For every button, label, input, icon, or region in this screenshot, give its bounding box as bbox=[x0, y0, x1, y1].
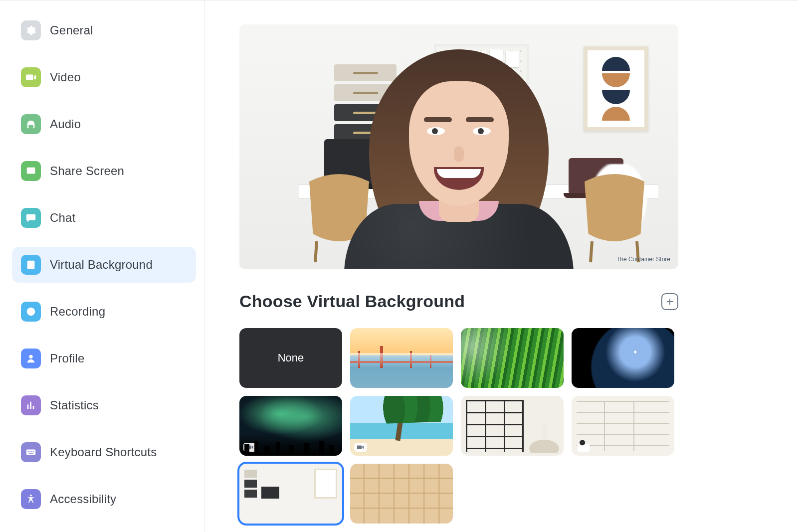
settings-window: GeneralVideoAudioShare ScreenChatVirtual… bbox=[0, 0, 798, 532]
video-badge-icon bbox=[354, 443, 367, 452]
background-tile-aurora[interactable] bbox=[239, 396, 342, 456]
svg-point-4 bbox=[28, 309, 33, 314]
sidebar-item-label: Accessibility bbox=[50, 492, 116, 506]
sidebar-item-profile[interactable]: Profile bbox=[12, 341, 196, 376]
share-icon bbox=[21, 161, 41, 181]
video-icon bbox=[21, 67, 41, 87]
sidebar-item-label: Recording bbox=[50, 305, 105, 319]
sidebar-item-statistics[interactable]: Statistics bbox=[12, 387, 196, 423]
virtual-background-pane: The Container Store Choose Virtual Backg… bbox=[204, 0, 798, 532]
background-tile-living-room[interactable] bbox=[461, 396, 564, 456]
background-grid: None bbox=[239, 328, 678, 524]
record-icon bbox=[21, 302, 41, 322]
svg-rect-9 bbox=[31, 451, 32, 452]
sidebar-item-accessibility[interactable]: Accessibility bbox=[12, 481, 196, 517]
gear-icon bbox=[21, 20, 41, 40]
sidebar-item-chat[interactable]: Chat bbox=[12, 200, 196, 236]
svg-point-2 bbox=[29, 262, 32, 265]
preview-brand-watermark: The Container Store bbox=[613, 255, 673, 264]
section-header: Choose Virtual Background bbox=[239, 292, 678, 311]
sidebar-item-label: Chat bbox=[50, 211, 76, 225]
add-background-button[interactable] bbox=[661, 293, 678, 310]
sidebar-item-label: Video bbox=[50, 70, 81, 84]
svg-point-12 bbox=[30, 495, 32, 497]
svg-rect-10 bbox=[33, 451, 34, 452]
sidebar-item-video[interactable]: Video bbox=[12, 59, 196, 95]
sidebar-item-label: Audio bbox=[50, 117, 81, 131]
sidebar-item-general[interactable]: General bbox=[12, 12, 196, 48]
svg-rect-8 bbox=[29, 451, 30, 452]
background-tile-grass[interactable] bbox=[461, 328, 564, 388]
sidebar-item-label: Keyboard Shortcuts bbox=[50, 445, 157, 459]
plus-icon bbox=[665, 297, 674, 306]
sidebar-item-virtual-background[interactable]: Virtual Background bbox=[12, 247, 196, 283]
chart-icon bbox=[21, 395, 41, 415]
sidebar-item-keyboard-shortcuts[interactable]: Keyboard Shortcuts bbox=[12, 434, 196, 470]
chat-icon bbox=[21, 208, 41, 228]
background-tile-earth[interactable] bbox=[572, 328, 674, 388]
preview-person bbox=[329, 49, 589, 269]
background-tile-golden-gate[interactable] bbox=[350, 328, 453, 388]
background-tile-beach[interactable] bbox=[350, 396, 453, 456]
tile-none-label: None bbox=[239, 328, 342, 388]
background-tile-wood-shelves[interactable] bbox=[350, 464, 453, 524]
preview-wall-art bbox=[584, 46, 648, 131]
section-title: Choose Virtual Background bbox=[239, 292, 465, 311]
svg-point-5 bbox=[29, 355, 32, 358]
sidebar-item-share-screen[interactable]: Share Screen bbox=[12, 153, 196, 189]
video-badge-icon bbox=[243, 443, 256, 452]
sidebar-item-label: Share Screen bbox=[50, 164, 124, 178]
background-tile-closet[interactable] bbox=[572, 396, 674, 456]
headphones-icon bbox=[21, 114, 41, 134]
camera-preview: The Container Store bbox=[239, 24, 678, 269]
sidebar-item-audio[interactable]: Audio bbox=[12, 106, 196, 142]
sidebar-item-label: General bbox=[50, 23, 93, 37]
sidebar-item-label: Statistics bbox=[50, 398, 99, 412]
svg-rect-11 bbox=[28, 453, 33, 454]
portrait-icon bbox=[21, 255, 41, 275]
sidebar-item-recording[interactable]: Recording bbox=[12, 294, 196, 330]
sidebar-item-label: Virtual Background bbox=[50, 258, 153, 272]
svg-rect-6 bbox=[26, 450, 35, 455]
settings-sidebar: GeneralVideoAudioShare ScreenChatVirtual… bbox=[0, 0, 204, 532]
keyboard-icon bbox=[21, 442, 41, 462]
sidebar-item-label: Profile bbox=[50, 352, 84, 365]
background-tile-none[interactable]: None bbox=[239, 328, 342, 388]
person-icon bbox=[21, 349, 41, 368]
accessibility-icon bbox=[21, 489, 41, 509]
background-tile-home-office[interactable] bbox=[239, 464, 342, 524]
svg-rect-7 bbox=[28, 451, 29, 452]
